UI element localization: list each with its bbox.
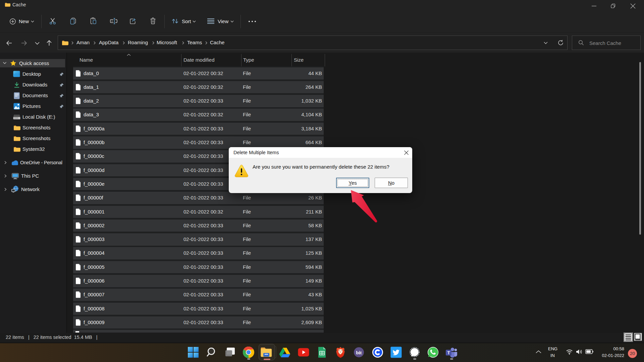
- svg-text:T: T: [447, 351, 450, 355]
- svg-text:bit: bit: [356, 350, 362, 355]
